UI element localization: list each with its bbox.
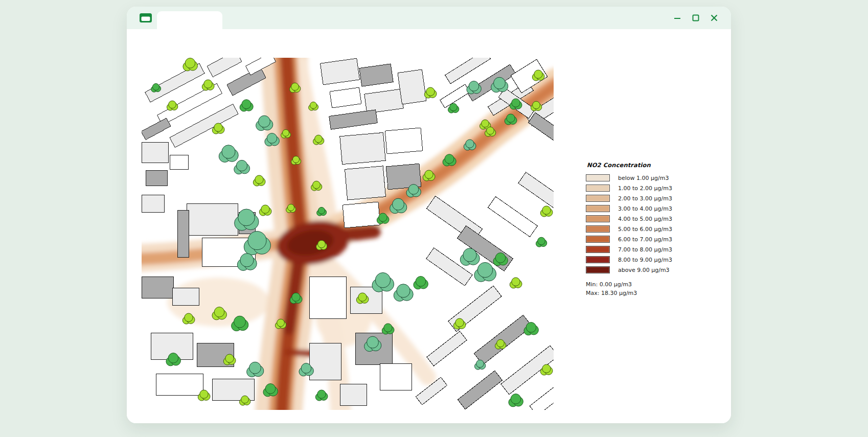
no2-dispersion-map (142, 58, 554, 410)
maximize-icon (692, 14, 700, 22)
legend-entry-label: 8.00 to 9.00 µg/m3 (618, 257, 672, 263)
maximize-button[interactable] (690, 12, 701, 24)
legend-minmax: Min: 0.00 µg/m3 Max: 18.30 µg/m3 (586, 280, 720, 297)
app-window: NO2 Concentration below 1.00 µg/m3 1.00 … (127, 7, 731, 423)
legend-min: Min: 0.00 µg/m3 (586, 280, 720, 289)
legend-color-swatch (586, 256, 610, 263)
legend-entry-label: 2.00 to 3.00 µg/m3 (618, 195, 672, 202)
legend-max: Max: 18.30 µg/m3 (586, 289, 720, 297)
titlebar[interactable] (127, 7, 731, 29)
legend-entry-label: 7.00 to 8.00 µg/m3 (618, 246, 672, 253)
close-icon (710, 14, 718, 22)
legend-entry: 7.00 to 8.00 µg/m3 (586, 246, 720, 253)
legend-title: NO2 Concentration (587, 162, 720, 169)
map-view[interactable] (142, 58, 554, 410)
legend-panel: NO2 Concentration below 1.00 µg/m3 1.00 … (586, 162, 720, 297)
legend-entries: below 1.00 µg/m3 1.00 to 2.00 µg/m3 2.00… (586, 174, 720, 273)
legend-entry-label: 5.00 to 6.00 µg/m3 (618, 226, 672, 233)
legend-entry: above 9.00 µg/m3 (586, 266, 720, 273)
legend-entry: 5.00 to 6.00 µg/m3 (586, 225, 720, 233)
legend-color-swatch (586, 225, 610, 233)
legend-entry: below 1.00 µg/m3 (586, 174, 720, 181)
app-window-icon (139, 13, 152, 23)
legend-color-swatch (586, 246, 610, 253)
legend-entry-label: 1.00 to 2.00 µg/m3 (618, 185, 672, 192)
legend-color-swatch (586, 236, 610, 243)
legend-color-swatch (586, 266, 610, 273)
legend-entry-label: 6.00 to 7.00 µg/m3 (618, 236, 672, 243)
legend-color-swatch (586, 215, 610, 222)
legend-entry-label: below 1.00 µg/m3 (618, 175, 669, 181)
legend-color-swatch (586, 174, 610, 181)
legend-entry: 1.00 to 2.00 µg/m3 (586, 185, 720, 192)
close-button[interactable] (709, 12, 720, 24)
minimize-icon (673, 14, 681, 22)
legend-entry: 2.00 to 3.00 µg/m3 (586, 195, 720, 202)
legend-entry-label: above 9.00 µg/m3 (618, 267, 670, 273)
legend-entry-label: 4.00 to 5.00 µg/m3 (618, 216, 672, 222)
window-controls (672, 7, 720, 29)
minimize-button[interactable] (672, 12, 683, 24)
legend-color-swatch (586, 205, 610, 212)
active-tab[interactable] (157, 11, 222, 29)
legend-entry: 6.00 to 7.00 µg/m3 (586, 236, 720, 243)
legend-color-swatch (586, 185, 610, 192)
legend-entry: 8.00 to 9.00 µg/m3 (586, 256, 720, 263)
legend-entry: 3.00 to 4.00 µg/m3 (586, 205, 720, 212)
legend-entry: 4.00 to 5.00 µg/m3 (586, 215, 720, 222)
window-content: NO2 Concentration below 1.00 µg/m3 1.00 … (127, 29, 731, 423)
legend-color-swatch (586, 195, 610, 202)
legend-entry-label: 3.00 to 4.00 µg/m3 (618, 205, 672, 212)
